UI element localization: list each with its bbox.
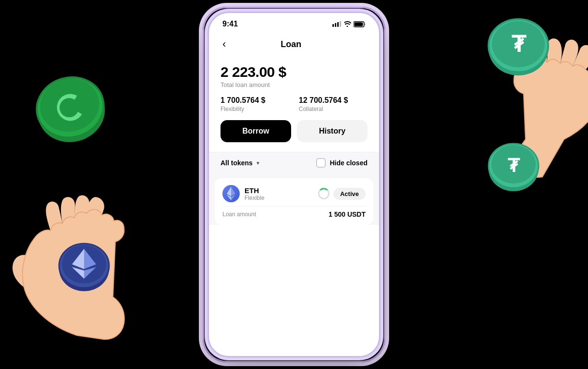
status-area: Active <box>318 188 366 200</box>
svg-rect-0 <box>332 24 334 27</box>
status-badge: Active <box>333 188 366 200</box>
action-row: Borrow History <box>209 120 379 152</box>
battery-icon <box>354 21 366 27</box>
loan-total-value: 2 223.00 $ <box>220 64 368 80</box>
hand-right <box>463 38 588 183</box>
status-bar: 9:41 <box>209 13 379 32</box>
eth-icon <box>222 185 240 202</box>
collateral-stat: 12 700.5764 $ Collateral <box>299 96 368 112</box>
flexibility-value: 1 700.5764 $ <box>220 96 289 105</box>
signal-icon <box>332 21 341 27</box>
back-button[interactable]: ‹ <box>219 36 230 52</box>
status-spinner-icon <box>318 188 330 199</box>
nav-bar: ‹ Loan <box>209 32 379 58</box>
coin-info: ETH Flexible <box>222 185 264 202</box>
status-icons <box>332 21 366 27</box>
loan-amount-section: 2 223.00 $ Total loan amount <box>209 58 379 96</box>
loan-total-label: Total loan amount <box>220 81 368 88</box>
status-time: 9:41 <box>222 20 238 28</box>
coin-type: Flexible <box>245 195 264 201</box>
flexibility-stat: 1 700.5764 $ Flexibility <box>220 96 289 112</box>
hand-left <box>0 182 163 364</box>
loan-item-header: ETH Flexible Active <box>222 185 366 202</box>
stats-row: 1 700.5764 $ Flexibility 12 700.5764 $ C… <box>209 96 379 120</box>
page-title: Loan <box>230 39 352 49</box>
hide-closed-filter[interactable]: Hide closed <box>316 158 368 168</box>
loan-amount-detail-label: Loan amount <box>222 211 256 218</box>
filter-row: All tokens ▼ Hide closed <box>209 152 379 173</box>
hide-closed-label: Hide closed <box>330 159 368 167</box>
svg-rect-2 <box>337 22 339 27</box>
borrow-button[interactable]: Borrow <box>220 120 291 142</box>
token-filter-label: All tokens <box>220 159 253 167</box>
loan-list: ETH Flexible Active Loan amount 1 500 US… <box>209 173 379 225</box>
coin-details: ETH Flexible <box>245 186 264 201</box>
svg-rect-5 <box>355 22 363 26</box>
collateral-value: 12 700.5764 $ <box>299 96 368 105</box>
collateral-label: Collateral <box>299 106 368 112</box>
history-button[interactable]: History <box>297 120 368 142</box>
token-filter[interactable]: All tokens ▼ <box>220 159 260 167</box>
loan-list-item[interactable]: ETH Flexible Active Loan amount 1 500 US… <box>215 178 373 225</box>
wifi-icon <box>343 21 351 27</box>
hide-closed-checkbox[interactable] <box>316 158 326 168</box>
coin-name: ETH <box>245 186 264 195</box>
svg-rect-1 <box>335 23 336 27</box>
chevron-down-icon: ▼ <box>256 160 260 166</box>
loan-detail-row: Loan amount 1 500 USDT <box>222 206 366 218</box>
phone-screen: 9:41 <box>208 12 380 357</box>
loan-amount-detail-value: 1 500 USDT <box>329 210 366 218</box>
flexibility-label: Flexibility <box>220 106 289 112</box>
svg-rect-3 <box>340 21 341 27</box>
